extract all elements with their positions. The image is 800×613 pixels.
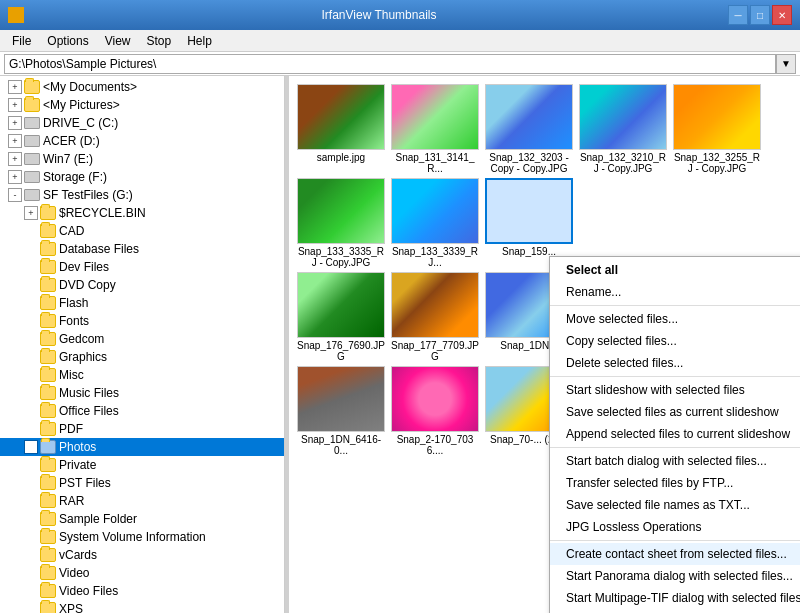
- menubar: File Options View Stop Help: [0, 30, 800, 52]
- ctx-move[interactable]: Move selected files...: [550, 308, 800, 330]
- thumb-item-snap3339[interactable]: Snap_133_3339_RJ...: [391, 178, 479, 268]
- tree-label: XPS: [59, 602, 83, 613]
- tree-item-photos[interactable]: - Photos: [0, 438, 284, 456]
- address-input[interactable]: [4, 54, 776, 74]
- tree-item-pdf[interactable]: PDF: [0, 420, 284, 438]
- ctx-slideshow-append[interactable]: Append selected files to current slidesh…: [550, 423, 800, 445]
- thumb-image: [485, 84, 573, 150]
- tree-item-music[interactable]: Music Files: [0, 384, 284, 402]
- tree-label: Video Files: [59, 584, 118, 598]
- ctx-batch[interactable]: Start batch dialog with selected files..…: [550, 450, 800, 472]
- thumb-item-sample[interactable]: sample.jpg: [297, 84, 385, 174]
- thumb-item-snap3210[interactable]: Snap_132_3210_RJ - Copy.JPG: [579, 84, 667, 174]
- ctx-rename[interactable]: Rename...: [550, 281, 800, 303]
- ctx-ftp[interactable]: Transfer selected files by FTP...: [550, 472, 800, 494]
- folder-icon: [40, 566, 56, 580]
- menu-file[interactable]: File: [4, 32, 39, 50]
- ctx-jpg-lossless[interactable]: JPG Lossless Operations: [550, 516, 800, 538]
- tree-item-sample[interactable]: Sample Folder: [0, 510, 284, 528]
- thumb-image: [297, 366, 385, 432]
- thumb-item-snap7709[interactable]: Snap_177_7709.JPG: [391, 272, 479, 362]
- folder-tree[interactable]: + <My Documents> + <My Pictures> + DRIVE…: [0, 76, 285, 613]
- expand-mypics[interactable]: +: [8, 98, 22, 112]
- tree-item-misc[interactable]: Misc: [0, 366, 284, 384]
- drive-icon: [24, 189, 40, 201]
- tree-item-video[interactable]: Video: [0, 564, 284, 582]
- expand-mydocs[interactable]: +: [8, 80, 22, 94]
- ctx-slideshow-save[interactable]: Save selected files as current slideshow: [550, 401, 800, 423]
- thumb-label: Snap_159...: [502, 246, 556, 257]
- thumb-item-snap7690[interactable]: Snap_176_7690.JPG: [297, 272, 385, 362]
- tree-item-mydocs[interactable]: + <My Documents>: [0, 78, 284, 96]
- tree-item-mypics[interactable]: + <My Pictures>: [0, 96, 284, 114]
- folder-icon: [40, 440, 56, 454]
- tree-item-private[interactable]: Private: [0, 456, 284, 474]
- thumb-item-snap3335[interactable]: Snap_133_3335_RJ - Copy.JPG: [297, 178, 385, 268]
- tree-item-sysvolinfo[interactable]: System Volume Information: [0, 528, 284, 546]
- ctx-slideshow-start[interactable]: Start slideshow with selected files: [550, 379, 800, 401]
- ctx-multipage-tif[interactable]: Start Multipage-TIF dialog with selected…: [550, 587, 800, 609]
- ctx-save-names[interactable]: Save selected file names as TXT...: [550, 494, 800, 516]
- thumb-image: [297, 178, 385, 244]
- ctx-multipage-pdf[interactable]: Start Multipage-PDF dialog with selected…: [550, 609, 800, 613]
- expand-e[interactable]: +: [8, 152, 22, 166]
- tree-item-gedcom[interactable]: Gedcom: [0, 330, 284, 348]
- expand-leaf: [24, 332, 38, 346]
- address-dropdown[interactable]: ▼: [776, 54, 796, 74]
- ctx-panorama[interactable]: Start Panorama dialog with selected file…: [550, 565, 800, 587]
- tree-item-drive-e[interactable]: + Win7 (E:): [0, 150, 284, 168]
- drive-icon: [24, 135, 40, 147]
- tree-label: <My Pictures>: [43, 98, 120, 112]
- thumb-item-snap131[interactable]: Snap_131_3141_R...: [391, 84, 479, 174]
- tree-label: DRIVE_C (C:): [43, 116, 118, 130]
- menu-help[interactable]: Help: [179, 32, 220, 50]
- menu-stop[interactable]: Stop: [139, 32, 180, 50]
- thumb-item-snap6416[interactable]: Snap_1DN_6416-0...: [297, 366, 385, 456]
- tree-item-graphics[interactable]: Graphics: [0, 348, 284, 366]
- tree-item-drive-g[interactable]: - SF TestFiles (G:): [0, 186, 284, 204]
- expand-f[interactable]: +: [8, 170, 22, 184]
- tree-item-fonts[interactable]: Fonts: [0, 312, 284, 330]
- tree-label: Win7 (E:): [43, 152, 93, 166]
- tree-item-drive-f[interactable]: + Storage (F:): [0, 168, 284, 186]
- expand-leaf: [24, 224, 38, 238]
- tree-item-cad[interactable]: CAD: [0, 222, 284, 240]
- ctx-delete[interactable]: Delete selected files...: [550, 352, 800, 374]
- thumb-item-snap2170[interactable]: Snap_2-170_7036....: [391, 366, 479, 456]
- close-button[interactable]: ✕: [772, 5, 792, 25]
- expand-g[interactable]: -: [8, 188, 22, 202]
- thumb-label: Snap_2-170_7036....: [391, 434, 479, 456]
- thumb-label: Snap_132_3203 - Copy - Copy.JPG: [485, 152, 573, 174]
- menu-view[interactable]: View: [97, 32, 139, 50]
- tree-label: $RECYCLE.BIN: [59, 206, 146, 220]
- tree-item-xps[interactable]: XPS: [0, 600, 284, 613]
- tree-item-drive-c[interactable]: + DRIVE_C (C:): [0, 114, 284, 132]
- tree-item-vcards[interactable]: vCards: [0, 546, 284, 564]
- tree-item-videofiles[interactable]: Video Files: [0, 582, 284, 600]
- thumb-item-snap159[interactable]: Snap_159...: [485, 178, 573, 268]
- tree-item-devfiles[interactable]: Dev Files: [0, 258, 284, 276]
- tree-item-flash[interactable]: Flash: [0, 294, 284, 312]
- tree-item-dvdcopy[interactable]: DVD Copy: [0, 276, 284, 294]
- window-controls: ─ □ ✕: [728, 5, 792, 25]
- tree-item-pst[interactable]: PST Files: [0, 474, 284, 492]
- tree-item-office[interactable]: Office Files: [0, 402, 284, 420]
- expand-recycle[interactable]: +: [24, 206, 38, 220]
- thumb-item-snap3203[interactable]: Snap_132_3203 - Copy - Copy.JPG: [485, 84, 573, 174]
- expand-photos[interactable]: -: [24, 440, 38, 454]
- folder-icon: [40, 422, 56, 436]
- ctx-contact-sheet[interactable]: Create contact sheet from selected files…: [550, 543, 800, 565]
- tree-item-drive-d[interactable]: + ACER (D:): [0, 132, 284, 150]
- maximize-button[interactable]: □: [750, 5, 770, 25]
- minimize-button[interactable]: ─: [728, 5, 748, 25]
- tree-item-database[interactable]: Database Files: [0, 240, 284, 258]
- tree-item-rar[interactable]: RAR: [0, 492, 284, 510]
- expand-d[interactable]: +: [8, 134, 22, 148]
- expand-c[interactable]: +: [8, 116, 22, 130]
- ctx-select-all[interactable]: Select all: [550, 259, 800, 281]
- thumb-item-snap3255[interactable]: Snap_132_3255_RJ - Copy.JPG: [673, 84, 761, 174]
- tree-item-recycle[interactable]: + $RECYCLE.BIN: [0, 204, 284, 222]
- ctx-copy[interactable]: Copy selected files...: [550, 330, 800, 352]
- menu-options[interactable]: Options: [39, 32, 96, 50]
- expand-leaf: [24, 458, 38, 472]
